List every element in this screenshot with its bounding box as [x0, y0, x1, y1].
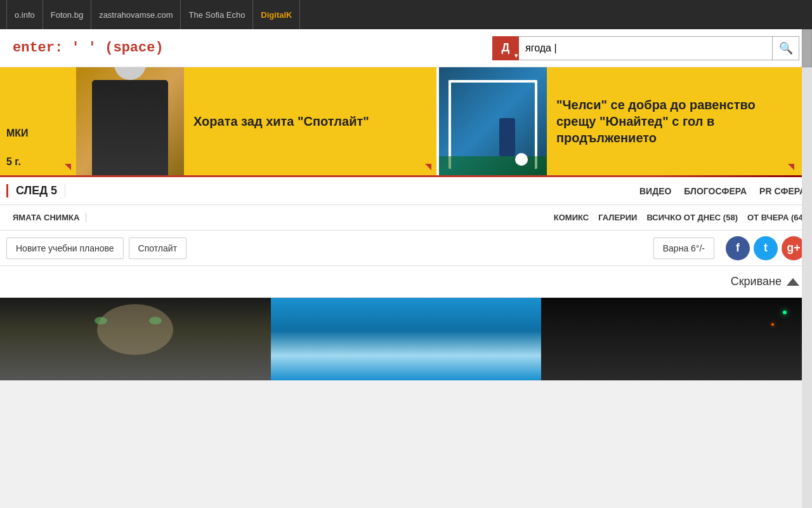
nav-video[interactable]: ВИДЕО: [639, 186, 671, 196]
thumb-1[interactable]: [271, 298, 542, 380]
nav-pr[interactable]: PR СФЕРА: [759, 186, 806, 196]
scrollbar-thumb[interactable]: [802, 29, 812, 67]
sec-nav-comics[interactable]: КОМИКС: [554, 213, 589, 222]
carousel-area: МКИ5 г. Хората зад хита "Спотлайт" "Челс…: [0, 67, 812, 175]
carousel-text-1: "Челси" се добра до равенство срещу "Юна…: [547, 90, 799, 152]
topnav-item-3[interactable]: The Sofia Echo: [181, 0, 253, 29]
carousel-arrow-1: [788, 164, 794, 170]
hide-arrow-icon[interactable]: [787, 278, 799, 286]
top-navigation: o.info Foton.bg zastrahovamse.com The So…: [0, 0, 812, 29]
thumb-2[interactable]: [541, 298, 812, 380]
sec-nav-yesterday[interactable]: ОТ ВЧЕРА (64): [747, 213, 806, 222]
main-nav-row: СЛЕД 5 ВИДЕО БЛОГОСФЕРА PR СФЕРА: [0, 177, 812, 205]
enter-label: enter: ' ' (space): [13, 40, 492, 56]
nav-right-items: ВИДЕО БЛОГОСФЕРА PR СФЕРА: [639, 186, 806, 196]
toolbar-btn-0[interactable]: Новите учебни планове: [6, 237, 124, 259]
carousel-arrow-0: [425, 164, 431, 170]
facebook-icon[interactable]: f: [726, 236, 750, 260]
thumb-0[interactable]: [0, 298, 271, 380]
twitter-icon[interactable]: t: [754, 236, 778, 260]
search-logo-button[interactable]: Д: [492, 36, 519, 60]
partial-text: МКИ5 г.: [6, 126, 29, 169]
topnav-item-1[interactable]: Foton.bg: [43, 0, 91, 29]
search-icon: 🔍: [779, 41, 793, 55]
carousel-item-1[interactable]: "Челси" се добра до равенство срещу "Юна…: [436, 67, 799, 175]
topnav-item-4[interactable]: DigitalK: [253, 0, 300, 29]
sec-nav-right: КОМИКС ГАЛЕРИИ ВСИЧКО ОТ ДНЕС (58) ОТ ВЧ…: [554, 213, 806, 222]
topnav-item-0[interactable]: o.info: [6, 0, 43, 29]
nav-blogosphere[interactable]: БЛОГОСФЕРА: [684, 186, 747, 196]
secondary-nav: ЯМАТА СНИМКА КОМИКС ГАЛЕРИИ ВСИЧКО ОТ ДН…: [0, 205, 812, 231]
search-bar-area: enter: ' ' (space) Д 🔍: [0, 29, 812, 67]
weather-button[interactable]: Варна 6°/-: [653, 237, 714, 259]
topnav-item-2[interactable]: zastrahovamse.com: [91, 0, 181, 29]
section-title[interactable]: СЛЕД 5: [6, 184, 65, 197]
social-icons: f t g+: [726, 236, 806, 260]
thumbnails-row: [0, 298, 812, 380]
carousel-text-0: Хората зад хита "Спотлайт": [184, 107, 379, 136]
search-wrapper: Д 🔍: [492, 36, 799, 60]
toolbar-btn-1[interactable]: Спотлайт: [129, 237, 187, 259]
hide-section: Скриване: [0, 266, 812, 298]
sec-nav-today[interactable]: ВСИЧКО ОТ ДНЕС (58): [646, 213, 738, 222]
toolbar-row: Новите учебни планове Спотлайт Варна 6°/…: [0, 231, 812, 266]
carousel-left-partial: МКИ5 г.: [0, 67, 76, 175]
search-submit-button[interactable]: 🔍: [773, 36, 799, 60]
search-input[interactable]: [519, 36, 773, 60]
carousel-item-0[interactable]: Хората зад хита "Спотлайт": [76, 67, 436, 175]
sec-nav-photo[interactable]: ЯМАТА СНИМКА: [6, 213, 86, 222]
sec-nav-galleries[interactable]: ГАЛЕРИИ: [598, 213, 637, 222]
scrollbar[interactable]: [802, 29, 812, 508]
hide-label[interactable]: Скриване: [731, 275, 782, 288]
